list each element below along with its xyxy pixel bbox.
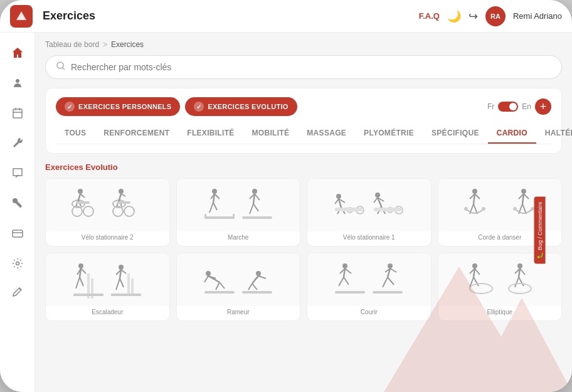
tab-cardio[interactable]: CARDIO xyxy=(488,124,536,144)
lang-en: En xyxy=(522,102,531,111)
filter-btn-evolutio-label: EXERCICES EVOLUTIO xyxy=(208,103,288,110)
svg-rect-2 xyxy=(13,230,23,237)
logout-icon[interactable]: ↪ xyxy=(469,9,478,23)
tab-renforcement[interactable]: RENFORCEMENT xyxy=(95,124,178,144)
card-label-1: Vélo stationnaire 2 xyxy=(46,231,169,246)
breadcrumb-separator: > xyxy=(103,40,107,49)
svg-point-132 xyxy=(509,283,531,294)
svg-line-109 xyxy=(345,268,351,273)
filter-btn-personnels-label: EXERCICES PERSONNELS xyxy=(78,103,171,110)
exercise-card-3[interactable]: Vélo stationnaire 1 xyxy=(307,178,432,246)
tab-halterophilie[interactable]: HALTÉROPHILIE xyxy=(536,124,572,144)
lang-fr: Fr xyxy=(487,102,494,111)
card-label-6: Rameur xyxy=(177,306,300,320)
app-logo xyxy=(10,5,33,28)
card-images-1 xyxy=(46,179,169,231)
svg-point-105 xyxy=(342,263,347,268)
tab-tous[interactable]: TOUS xyxy=(56,124,95,144)
content-area: Tableau de bord > Exercices ✓ EXERCICES … xyxy=(35,33,572,392)
svg-rect-111 xyxy=(335,291,365,294)
svg-line-26 xyxy=(213,203,217,210)
lang-switch[interactable] xyxy=(498,102,518,112)
filter-buttons: ✓ EXERCICES PERSONNELS ✓ EXERCICES EVOLU… xyxy=(56,97,297,116)
section-title: Exercices Evolutio xyxy=(45,162,562,172)
svg-point-64 xyxy=(482,207,485,211)
svg-point-21 xyxy=(124,206,134,216)
svg-point-82 xyxy=(119,265,124,270)
tab-flexibilite[interactable]: FLEXIBILITÉ xyxy=(178,124,243,144)
svg-point-126 xyxy=(517,263,522,268)
exercise-grid: Vélo stationnaire 2 xyxy=(45,178,562,321)
svg-line-107 xyxy=(339,277,344,286)
faq-link[interactable]: F.A.Q xyxy=(419,11,440,21)
tab-plyometrie[interactable]: PLYOMÉTRIE xyxy=(355,124,423,144)
exercise-card-7[interactable]: Courir xyxy=(307,253,432,321)
sidebar-item-tools[interactable] xyxy=(5,130,30,156)
sidebar-item-users[interactable] xyxy=(5,70,30,95)
svg-point-119 xyxy=(472,263,477,268)
add-exercise-button[interactable]: + xyxy=(535,98,551,115)
exercise-card-2[interactable]: Marche xyxy=(176,178,301,246)
search-icon xyxy=(56,61,66,73)
page-title: Exercices xyxy=(43,9,419,23)
lang-toggle: Fr En + xyxy=(487,98,551,115)
svg-rect-47 xyxy=(335,208,363,211)
svg-line-35 xyxy=(253,204,258,211)
sidebar-item-settings[interactable] xyxy=(5,251,30,276)
check-icon-2: ✓ xyxy=(194,102,204,112)
card-label-2: Marche xyxy=(177,231,300,246)
svg-line-34 xyxy=(250,204,253,214)
svg-rect-56 xyxy=(374,208,401,211)
exercise-card-6[interactable]: Rameur xyxy=(176,253,301,321)
svg-point-98 xyxy=(256,271,261,276)
sidebar-item-chat[interactable] xyxy=(5,161,30,186)
svg-point-63 xyxy=(464,207,468,211)
svg-line-25 xyxy=(209,203,213,213)
top-bar: Exercices F.A.Q 🌙 ↪ RA Remi Adriano xyxy=(0,0,572,33)
svg-point-4 xyxy=(57,62,63,68)
sidebar xyxy=(0,33,35,392)
svg-rect-1 xyxy=(13,109,22,118)
sidebar-item-calendar[interactable] xyxy=(5,100,30,125)
svg-rect-31 xyxy=(233,214,235,219)
svg-point-71 xyxy=(513,207,517,211)
filter-top: ✓ EXERCICES PERSONNELS ✓ EXERCICES EVOLU… xyxy=(56,97,551,116)
exercise-card-5[interactable]: Escaladeur xyxy=(45,253,170,321)
card-label-5: Escaladeur xyxy=(46,306,169,320)
svg-rect-97 xyxy=(204,291,235,294)
svg-line-60 xyxy=(474,204,477,214)
svg-line-43 xyxy=(335,199,339,204)
svg-point-91 xyxy=(206,271,211,276)
sidebar-item-card[interactable] xyxy=(5,221,30,246)
svg-point-48 xyxy=(375,193,380,198)
svg-rect-13 xyxy=(76,201,90,204)
sidebar-item-wrench[interactable] xyxy=(5,191,30,216)
sidebar-item-edit[interactable] xyxy=(5,281,30,306)
breadcrumb-home[interactable]: Tableau de bord xyxy=(45,40,99,49)
tab-specifique[interactable]: SPÉCIFIQUE xyxy=(423,124,488,144)
filter-btn-personnels[interactable]: ✓ EXERCICES PERSONNELS xyxy=(56,97,180,116)
svg-point-65 xyxy=(521,189,526,194)
svg-point-125 xyxy=(470,283,492,294)
svg-line-52 xyxy=(374,198,378,203)
svg-line-100 xyxy=(248,283,252,290)
main-layout: Tableau de bord > Exercices ✓ EXERCICES … xyxy=(0,33,572,392)
svg-line-85 xyxy=(120,278,124,287)
svg-line-129 xyxy=(519,277,524,286)
exercise-card-1[interactable]: Vélo stationnaire 2 xyxy=(45,178,170,246)
tab-massage[interactable]: MASSAGE xyxy=(298,124,355,144)
svg-point-32 xyxy=(252,189,257,194)
search-input[interactable] xyxy=(71,62,551,72)
dark-mode-icon[interactable]: 🌙 xyxy=(447,9,461,23)
svg-rect-88 xyxy=(127,273,130,296)
svg-rect-104 xyxy=(242,291,272,294)
feedback-tab[interactable]: 🐛 Bug / Commentaire xyxy=(534,197,545,264)
svg-point-57 xyxy=(472,189,477,194)
breadcrumb-current: Exercices xyxy=(111,40,144,49)
sidebar-item-home[interactable] xyxy=(5,40,30,65)
svg-line-115 xyxy=(388,277,394,285)
card-images-3 xyxy=(307,179,431,231)
filter-btn-evolutio[interactable]: ✓ EXERCICES EVOLUTIO xyxy=(185,97,297,116)
card-label-3: Vélo stationnaire 1 xyxy=(307,231,431,246)
tab-mobilite[interactable]: MOBILITÉ xyxy=(243,124,299,144)
